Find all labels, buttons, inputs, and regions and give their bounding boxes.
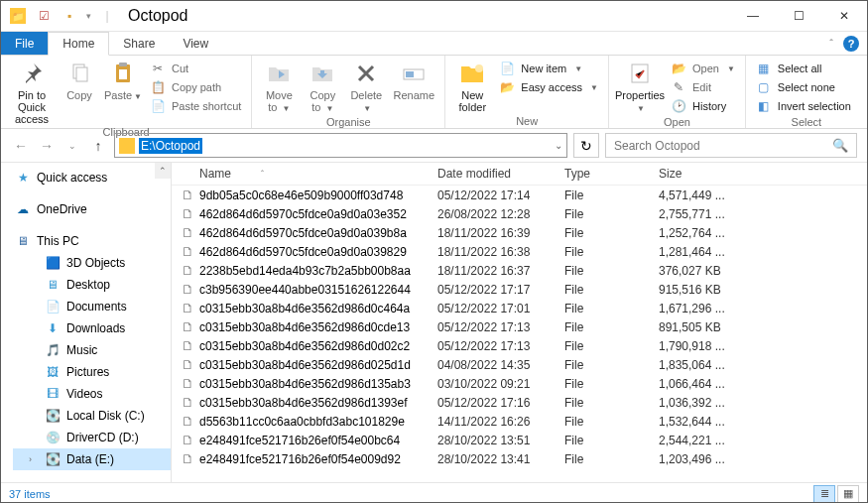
file-row[interactable]: 🗋c0315ebb30a8b4d6e3562d986d0c464a05/12/2…	[172, 299, 867, 317]
scroll-up-icon[interactable]: ⌃	[155, 163, 171, 179]
close-button[interactable]: ✕	[821, 2, 867, 30]
tree-item[interactable]: 💽Local Disk (C:)	[13, 405, 171, 427]
history-icon: 🕑	[671, 98, 686, 114]
file-row[interactable]: 🗋d5563b11cc0c6aa0cbbfd3abc101829e14/11/2…	[172, 412, 867, 431]
file-row[interactable]: 🗋e248491fce521716b26ef0f54e009d9228/10/2…	[172, 449, 867, 468]
easy-access-icon: 📂	[499, 79, 515, 95]
file-date: 28/10/2022 13:41	[437, 452, 564, 466]
properties-qat[interactable]: ☑	[33, 5, 55, 27]
file-row[interactable]: 🗋c0315ebb30a8b4d6e3562d986d0d02c205/12/2…	[172, 336, 867, 355]
file-name: 462d864d6d5970c5fdce0a9d0a039829	[199, 245, 437, 259]
file-name: e248491fce521716b26ef0f54e009d92	[199, 452, 437, 466]
quick-access-node[interactable]: ★ Quick access	[13, 167, 171, 189]
address-path[interactable]: E:\Octopod	[139, 138, 202, 154]
file-date: 03/10/2022 09:21	[437, 377, 564, 391]
tree-item[interactable]: 🟦3D Objects	[13, 252, 171, 274]
file-row[interactable]: 🗋c3b956390ee440abbe0315162612264405/12/2…	[172, 280, 867, 299]
share-tab[interactable]: Share	[109, 32, 169, 55]
easy-access-button[interactable]: 📂Easy access▼	[495, 78, 602, 96]
col-date[interactable]: Date modified	[437, 167, 564, 181]
new-folder-qat[interactable]: ▪	[59, 5, 80, 27]
file-icon: 🗋	[182, 433, 199, 447]
delete-button[interactable]: Delete▼	[345, 58, 387, 115]
file-row[interactable]: 🗋e248491fce521716b26ef0f54e00bc6428/10/2…	[172, 431, 867, 449]
invert-selection-button[interactable]: ◧Invert selection	[752, 97, 861, 115]
onedrive-node[interactable]: ☁ OneDrive	[13, 198, 171, 220]
paste-shortcut-button[interactable]: 📄Paste shortcut	[146, 97, 245, 115]
tree-item[interactable]: 📄Documents	[13, 296, 171, 317]
rename-button[interactable]: Rename	[389, 58, 438, 115]
file-date: 05/12/2022 17:14	[437, 189, 564, 202]
recent-locations-button[interactable]: ⌄	[62, 136, 82, 156]
file-type: File	[564, 434, 659, 447]
details-view-button[interactable]: ≣	[813, 485, 835, 503]
file-name: d5563b11cc0c6aa0cbbfd3abc101829e	[199, 415, 437, 429]
qat-chevron-icon[interactable]: ▾	[84, 11, 92, 21]
tree-item[interactable]: 💿DriverCD (D:)	[13, 427, 171, 448]
minimize-button[interactable]: —	[730, 2, 776, 30]
nav-pane[interactable]: ⌃ ★ Quick access ☁ OneDrive 🖥 This PC 🟦3…	[1, 163, 172, 482]
copy-to-icon	[307, 60, 338, 87]
tree-item[interactable]: 🖥Desktop	[13, 274, 171, 296]
col-type[interactable]: Type	[564, 167, 659, 181]
history-button[interactable]: 🕑History	[667, 97, 739, 115]
file-icon: 🗋	[182, 451, 199, 466]
address-dropdown-icon[interactable]: ⌄	[555, 140, 562, 151]
help-icon[interactable]: ?	[843, 36, 859, 52]
tree-item[interactable]: 🖼Pictures	[13, 361, 171, 383]
open-button[interactable]: 📂Open▼	[667, 60, 739, 77]
file-type: File	[564, 339, 659, 353]
file-name: 9db05a5c0c68e46e509b9000ff03d748	[199, 189, 437, 202]
tree-item[interactable]: ›💽Data (E:)	[13, 448, 171, 470]
file-row[interactable]: 🗋462d864d6d5970c5fdce0a9d0a039b8a18/11/2…	[172, 223, 867, 242]
file-row[interactable]: 🗋9db05a5c0c68e46e509b9000ff03d74805/12/2…	[172, 186, 867, 204]
file-tab[interactable]: File	[1, 32, 48, 55]
drive-icon: 🟦	[45, 255, 61, 271]
file-row[interactable]: 🗋c0315ebb30a8b4d6e3562d986d135ab303/10/2…	[172, 374, 867, 393]
column-headers[interactable]: Nameˆ Date modified Type Size	[172, 163, 867, 186]
quick-access-toolbar: 📁 ☑ ▪ ▾ |	[1, 5, 118, 27]
col-name[interactable]: Name	[199, 167, 231, 181]
select-none-button[interactable]: ▢Select none	[752, 78, 861, 96]
file-row[interactable]: 🗋c0315ebb30a8b4d6e3562d986d025d1d04/08/2…	[172, 355, 867, 374]
pin-quick-access-button[interactable]: Pin to Quick access	[7, 58, 57, 125]
select-all-button[interactable]: ▦Select all	[752, 60, 861, 77]
col-size[interactable]: Size	[659, 167, 748, 181]
forward-button[interactable]: →	[37, 136, 57, 156]
address-bar[interactable]: E:\Octopod ⌄	[114, 133, 567, 158]
copy-path-button[interactable]: 📋Copy path	[146, 78, 245, 96]
new-folder-button[interactable]: New folder	[451, 58, 493, 114]
file-row[interactable]: 🗋2238b5ebd14eda4b93c7b2a5bb00b8aa18/11/2…	[172, 261, 867, 280]
file-type: File	[564, 302, 659, 315]
this-pc-node[interactable]: 🖥 This PC	[13, 230, 171, 252]
file-date: 05/12/2022 17:13	[437, 339, 564, 353]
back-button[interactable]: ←	[11, 136, 31, 156]
search-box[interactable]: Search Octopod 🔍	[605, 133, 857, 158]
file-list[interactable]: 🗋9db05a5c0c68e46e509b9000ff03d74805/12/2…	[172, 186, 867, 482]
tree-item[interactable]: ⬇Downloads	[13, 317, 171, 339]
paste-button[interactable]: Paste▼	[102, 58, 144, 125]
file-row[interactable]: 🗋462d864d6d5970c5fdce0a9d0a03982918/11/2…	[172, 242, 867, 261]
drive-icon: ⬇	[45, 320, 61, 336]
tree-item[interactable]: 🎵Music	[13, 339, 171, 361]
up-button[interactable]: ↑	[88, 136, 108, 156]
properties-button[interactable]: Properties▼	[615, 58, 665, 115]
copy-to-button[interactable]: Copy to ▼	[302, 58, 343, 115]
file-row[interactable]: 🗋c0315ebb30a8b4d6e3562d986d1393ef05/12/2…	[172, 393, 867, 412]
file-size: 915,516 KB	[659, 283, 748, 297]
thumbnails-view-button[interactable]: ▦	[837, 485, 859, 503]
move-to-button[interactable]: Move to ▼	[258, 58, 300, 115]
edit-button[interactable]: ✎Edit	[667, 78, 739, 96]
cut-button[interactable]: ✂Cut	[146, 60, 245, 77]
tree-item[interactable]: 🎞Videos	[13, 383, 171, 405]
new-group: New folder 📄New item▼ 📂Easy access▼ New	[445, 56, 609, 128]
maximize-button[interactable]: ☐	[776, 2, 821, 30]
copy-button[interactable]: Copy	[59, 58, 100, 125]
refresh-button[interactable]: ↻	[573, 133, 599, 158]
new-item-button[interactable]: 📄New item▼	[495, 60, 602, 77]
file-row[interactable]: 🗋462d864d6d5970c5fdce0a9d0a03e35226/08/2…	[172, 204, 867, 223]
collapse-ribbon-icon[interactable]: ˆ	[829, 38, 833, 50]
file-row[interactable]: 🗋c0315ebb30a8b4d6e3562d986d0cde1305/12/2…	[172, 317, 867, 336]
home-tab[interactable]: Home	[48, 32, 109, 56]
view-tab[interactable]: View	[169, 32, 222, 55]
